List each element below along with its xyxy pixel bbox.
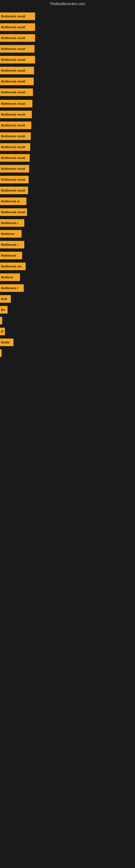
bar-item: Bottleneck res: [0, 262, 26, 270]
bar-label: Bottleneck result: [1, 145, 25, 149]
bar-label: Bottleneck result: [1, 14, 25, 18]
bar-label: Bottleneck r: [1, 286, 18, 290]
bar-item: Bottleneck: [0, 252, 22, 259]
bar-item: Bottleneck r: [0, 219, 24, 227]
bar-item: Bottlene: [0, 273, 20, 281]
bar-item: Bottleneck result: [0, 34, 35, 42]
bar-item: Bo: [0, 306, 8, 314]
bar-item: Bottleneck result: [0, 154, 30, 162]
bar-label: Bottlenec: [1, 232, 14, 236]
bar-item: Bottleneck result: [0, 208, 27, 216]
bar-label: Bottleneck res: [1, 265, 21, 268]
bar-label: Bottleneck result: [1, 113, 25, 116]
bar-item: Bottleneck result: [0, 67, 34, 74]
bar-label: Bottleneck result: [1, 47, 25, 51]
bar-item: Bottleneck result: [0, 176, 29, 183]
bar-item: Bottleneck result: [0, 12, 35, 20]
bar-item: Bottleneck result: [0, 132, 31, 140]
bar-label: Bottleneck result: [1, 58, 25, 61]
bar-item: Bottleneck result: [0, 100, 32, 107]
bar-label: Bottleneck result: [1, 134, 25, 138]
bar-item: Bottlenec: [0, 230, 21, 238]
bar-item: Bottleneck result: [0, 88, 33, 96]
bar-label: Bottleneck result: [1, 178, 25, 181]
bar-label: Bottleneck r: [1, 221, 18, 225]
bar-label: Bottleneck: [1, 254, 16, 257]
bar-label: Bottleneck result: [1, 167, 25, 170]
bar-label: Bottlene: [1, 276, 13, 279]
bar-item: Bottleneck result: [0, 165, 29, 173]
bar-label: Bottleneck result: [1, 36, 25, 40]
bar-label: Bottleneck result: [1, 69, 25, 72]
bar-item: B: [0, 328, 5, 335]
bar-label: B: [1, 330, 3, 333]
bar-label: Bottleneck result: [1, 91, 25, 94]
bar-label: Bo: [1, 308, 5, 311]
bar-item: Bottleneck result: [0, 143, 30, 151]
bar-item: Bottleneck result: [0, 111, 32, 118]
bar-item: Bottleneck result: [0, 187, 28, 194]
chart-area: Bottleneck resultBottleneck resultBottle…: [0, 8, 135, 862]
bar-label: Bott: [1, 297, 7, 301]
bar-item: Bottleneck result: [0, 45, 35, 53]
bar-item: Bottleneck result: [0, 122, 31, 129]
bar-item: Bottleneck result: [0, 23, 35, 31]
bar-label: Bottleneck r: [1, 243, 18, 246]
bar-label: Bottleneck result: [1, 124, 25, 127]
bar-label: Bottleneck re: [1, 199, 20, 203]
bar-item: Bottleneck r: [0, 241, 24, 248]
bar-item: Bottleneck r: [0, 284, 24, 292]
bar-item: Bottleneck result: [0, 56, 35, 63]
bar-item: [0, 349, 2, 357]
bar-label: Bottleneck result: [1, 189, 25, 192]
site-title: TheBottlenecker.com: [0, 0, 135, 8]
bar-label: Bottleneck result: [1, 80, 25, 83]
bar-label: Bottleneck result: [1, 102, 25, 105]
bar-label: Bottleneck result: [1, 26, 25, 29]
bar-item: Bottle: [0, 339, 13, 346]
bar-item: [0, 317, 2, 324]
bar-item: Bott: [0, 295, 11, 303]
bar-item: Bottleneck result: [0, 78, 34, 85]
bar-item: Bottleneck re: [0, 197, 27, 205]
bar-label: Bottle: [1, 341, 9, 344]
bar-label: Bottleneck result: [1, 156, 25, 159]
bar-label: Bottleneck result: [1, 211, 25, 214]
